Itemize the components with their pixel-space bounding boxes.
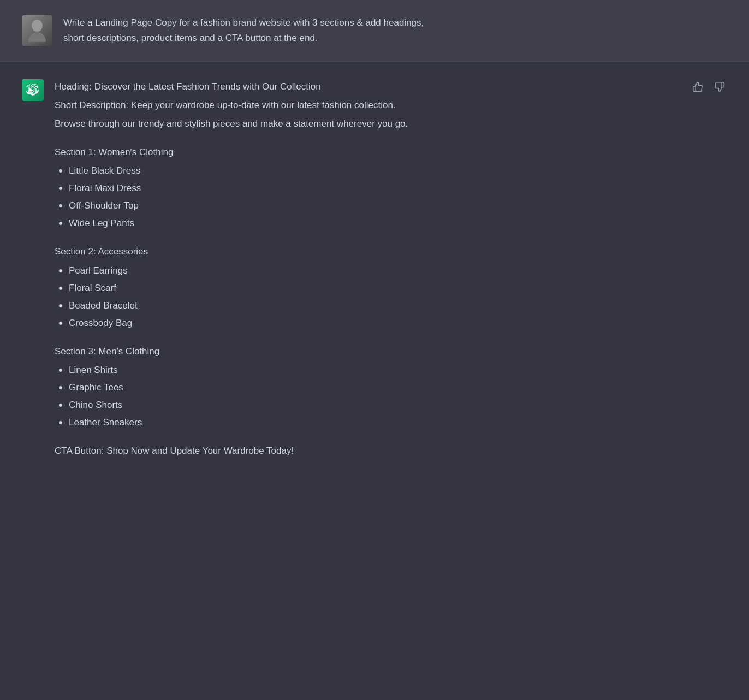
short-desc-text-line1: Keep your wardrobe up-to-date with our l… <box>131 100 396 110</box>
list-item: Little Black Dress <box>59 163 546 179</box>
bullet-dot-icon <box>59 269 62 272</box>
short-desc-text-line2: Browse through our trendy and stylish pi… <box>55 118 408 129</box>
user-text-line2: short descriptions, product items and a … <box>63 33 318 43</box>
section3-list: Linen Shirts Graphic Tees Chino Shorts L… <box>59 363 546 430</box>
cta-label: CTA Button: <box>55 446 104 456</box>
section2-heading: Section 2: Accessories <box>55 244 546 259</box>
assistant-message-block: Heading: Discover the Latest Fashion Tre… <box>0 62 749 479</box>
bullet-dot-icon <box>59 322 62 325</box>
heading-label: Heading: <box>55 81 92 92</box>
section1-heading: Section 1: Women's Clothing <box>55 145 546 160</box>
section2-list: Pearl Earrings Floral Scarf Beaded Brace… <box>59 263 546 331</box>
short-desc-line2: Browse through our trendy and stylish pi… <box>55 116 546 132</box>
thumbs-down-icon <box>714 81 725 92</box>
short-desc-label: Short Description: <box>55 100 128 110</box>
list-item: Graphic Tees <box>59 380 546 395</box>
list-item: Chino Shorts <box>59 398 546 413</box>
thumbs-up-button[interactable] <box>690 79 705 94</box>
user-message-text: Write a Landing Page Copy for a fashion … <box>63 15 424 46</box>
bullet-dot-icon <box>59 169 62 173</box>
user-avatar-image <box>22 15 52 46</box>
list-item: Off-Shoulder Top <box>59 198 546 213</box>
list-item: Linen Shirts <box>59 363 546 378</box>
bullet-dot-icon <box>59 204 62 207</box>
bullet-dot-icon <box>59 222 62 225</box>
openai-logo-icon <box>26 84 39 97</box>
list-item: Pearl Earrings <box>59 263 546 278</box>
thumbs-down-button[interactable] <box>712 79 727 94</box>
bullet-dot-icon <box>59 421 62 424</box>
user-avatar <box>22 15 52 46</box>
bullet-dot-icon <box>59 369 62 372</box>
svg-point-0 <box>32 20 43 32</box>
cta-line: CTA Button: Shop Now and Update Your War… <box>55 443 546 459</box>
bullet-dot-icon <box>59 287 62 290</box>
list-item: Floral Scarf <box>59 281 546 296</box>
user-text-line1: Write a Landing Page Copy for a fashion … <box>63 17 424 28</box>
list-item: Floral Maxi Dress <box>59 181 546 196</box>
section3-heading: Section 3: Men's Clothing <box>55 344 546 359</box>
assistant-content: Heading: Discover the Latest Fashion Tre… <box>55 79 546 462</box>
thumbs-up-icon <box>692 81 703 92</box>
list-item: Wide Leg Pants <box>59 216 546 231</box>
section1-list: Little Black Dress Floral Maxi Dress Off… <box>59 163 546 231</box>
assistant-avatar <box>22 79 44 101</box>
list-item: Beaded Bracelet <box>59 298 546 313</box>
list-item: Leather Sneakers <box>59 415 546 430</box>
list-item: Crossbody Bag <box>59 316 546 331</box>
short-desc-line1: Short Description: Keep your wardrobe up… <box>55 98 546 113</box>
heading-text: Discover the Latest Fashion Trends with … <box>94 81 321 92</box>
cta-text: Shop Now and Update Your Wardrobe Today! <box>106 446 294 456</box>
bullet-dot-icon <box>59 187 62 190</box>
feedback-buttons <box>690 79 727 94</box>
user-message-block: Write a Landing Page Copy for a fashion … <box>0 0 749 61</box>
bullet-dot-icon <box>59 386 62 389</box>
response-heading: Heading: Discover the Latest Fashion Tre… <box>55 79 546 94</box>
bullet-dot-icon <box>59 404 62 407</box>
bullet-dot-icon <box>59 304 62 307</box>
